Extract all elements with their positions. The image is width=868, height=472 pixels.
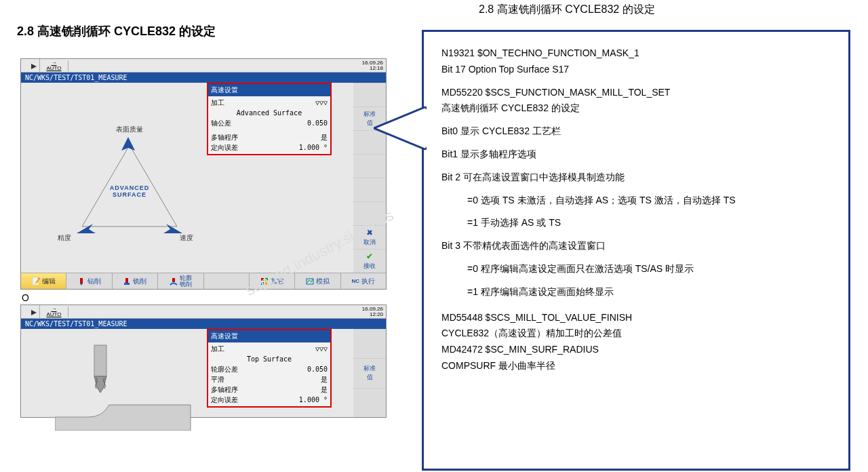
callout-pointer-icon bbox=[374, 106, 427, 150]
softkey-r-cancel[interactable]: ✖ 取消 bbox=[353, 225, 386, 249]
highspeed-dialog-2: 高速设置 加工▽▽▽ Top Surface 轮廓公差0.050 平滑是 多轴程… bbox=[207, 329, 332, 408]
execute-icon: NC bbox=[351, 277, 359, 286]
arrow-icon bbox=[21, 305, 40, 319]
dialog-title: 高速设置 bbox=[208, 330, 330, 342]
simulate-icon bbox=[306, 277, 314, 286]
arrow-icon bbox=[21, 59, 40, 73]
workpiece-graphic bbox=[55, 342, 204, 431]
softkey-r6[interactable] bbox=[353, 201, 386, 225]
left-column: → AUTO 16.09.26 12:18 NC/WKS/TEST/TST01_… bbox=[20, 58, 407, 418]
sk-simulate[interactable]: 模拟 bbox=[294, 273, 340, 289]
svg-marker-1 bbox=[121, 137, 135, 151]
svg-rect-11 bbox=[261, 282, 264, 285]
co-l8: Bit 3 不带精优表面选件的高速设置窗口 bbox=[441, 238, 835, 254]
program-path: NC/WKS/TEST/TST01_MEASURE bbox=[21, 73, 386, 83]
softkey-r1[interactable] bbox=[353, 83, 386, 106]
softkey-r-std[interactable]: 标准 值 bbox=[353, 358, 386, 387]
sk-drill[interactable]: 钻削 bbox=[66, 273, 111, 289]
co-l11: MD42472 $SC_MIN_SURF_RADIUS bbox=[441, 344, 599, 355]
tri-bl: 精度 bbox=[58, 233, 71, 243]
co-l10: CYCLE832（高速设置）精加工时的公差值 bbox=[441, 328, 622, 338]
page-header-right: 2.8 高速铣削循环 CYCLE832 的设定 bbox=[479, 3, 655, 17]
mill-icon bbox=[123, 277, 131, 286]
svg-rect-7 bbox=[124, 283, 130, 285]
tri-br: 速度 bbox=[180, 233, 193, 243]
co-l6: Bit1 显示多轴程序选项 bbox=[441, 146, 835, 163]
tri-center2: SURFACE bbox=[110, 191, 149, 198]
cnc-screen-1: → AUTO 16.09.26 12:18 NC/WKS/TEST/TST01_… bbox=[20, 58, 387, 290]
page-header-left: 2.8 高速铣削循环 CYCLE832 的设定 bbox=[17, 23, 216, 39]
sk-other[interactable]: 其它 bbox=[249, 273, 294, 289]
quality-triangle: 表面质量 精度 速度 ADVANCED SURFACE bbox=[62, 123, 197, 245]
svg-rect-4 bbox=[80, 278, 83, 283]
co-l5: Bit0 显示 CYCLE832 工艺栏 bbox=[441, 123, 835, 140]
edit-icon: 📝 bbox=[32, 277, 40, 286]
sk-execute[interactable]: NC执行 bbox=[340, 273, 386, 289]
drill-icon bbox=[77, 277, 85, 286]
svg-rect-14 bbox=[94, 345, 106, 376]
sk-empty[interactable] bbox=[203, 273, 249, 289]
svg-marker-16 bbox=[378, 109, 427, 147]
tri-center1: ADVANCED bbox=[110, 184, 149, 191]
contour-icon bbox=[170, 277, 178, 286]
co-l8a: =0 程序编辑高速设定画面只在激活选项 TS/AS 时显示 bbox=[441, 261, 835, 277]
co-l7: Bit 2 可在高速设置窗口中选择模具制造功能 bbox=[441, 170, 835, 186]
other-icon bbox=[260, 277, 269, 286]
highspeed-dialog-1: 高速设置 加工▽▽▽ Advanced Surface 轴公差0.050 多轴程… bbox=[207, 83, 332, 155]
svg-marker-2 bbox=[77, 224, 96, 233]
svg-marker-3 bbox=[163, 224, 182, 233]
svg-marker-5 bbox=[80, 283, 83, 286]
dialog-title: 高速设置 bbox=[208, 84, 330, 96]
tri-top: 表面质量 bbox=[116, 125, 143, 134]
softkey-r-accept[interactable]: ✔ 接收 bbox=[353, 249, 386, 273]
co-l8b: =1 程序编辑高速设定画面始终显示 bbox=[441, 284, 835, 300]
softkey-r3[interactable] bbox=[353, 388, 386, 417]
sk-contour-mill[interactable]: 轮廓 铣削 bbox=[157, 273, 203, 289]
time-label: 12:18 bbox=[362, 66, 383, 71]
close-icon: ✖ bbox=[366, 228, 373, 237]
svg-rect-9 bbox=[261, 278, 264, 281]
sk-edit[interactable]: 📝编辑 bbox=[21, 273, 66, 289]
softkey-r1[interactable] bbox=[353, 329, 386, 358]
callout-box: N19321 $ON_TECHNO_FUNCTION_MASK_1 Bit 17… bbox=[422, 30, 850, 471]
mode-auto: → AUTO bbox=[40, 60, 68, 71]
check-icon: ✔ bbox=[366, 252, 373, 261]
co-l12: COMPSURF 最小曲率半径 bbox=[441, 360, 555, 371]
svg-rect-12 bbox=[265, 282, 268, 285]
softkey-r5[interactable] bbox=[353, 178, 386, 201]
co-l1: N19321 $ON_TECHNO_FUNCTION_MASK_1 bbox=[441, 47, 639, 58]
program-path: NC/WKS/TEST/TST01_MEASURE bbox=[21, 319, 386, 329]
softkey-r4[interactable] bbox=[353, 154, 386, 178]
co-l9: MD55448 $SCS_MILL_TOL_VALUE_FINISH bbox=[441, 312, 632, 323]
co-l2: Bit 17 Option Top Surface S17 bbox=[441, 64, 569, 75]
co-l7b: =1 手动选择 AS 或 TS bbox=[441, 215, 835, 231]
co-l4: 高速铣削循环 CYCLE832 的设定 bbox=[441, 102, 580, 113]
mode-auto: → AUTO bbox=[40, 307, 68, 317]
svg-rect-8 bbox=[172, 278, 175, 282]
cnc-screen-2: → AUTO 16.09.26 12:20 NC/WKS/TEST/TST01_… bbox=[20, 304, 387, 418]
sk-mill[interactable]: 铣削 bbox=[112, 273, 157, 289]
svg-rect-6 bbox=[125, 278, 128, 283]
svg-rect-10 bbox=[265, 278, 268, 281]
o-label: O bbox=[22, 292, 407, 303]
co-l3: MD55220 $SCS_FUNCTION_MASK_MILL_TOL_SET bbox=[441, 87, 670, 98]
co-l7a: =0 选项 TS 未激活，自动选择 AS；选项 TS 激活，自动选择 TS bbox=[441, 193, 835, 209]
